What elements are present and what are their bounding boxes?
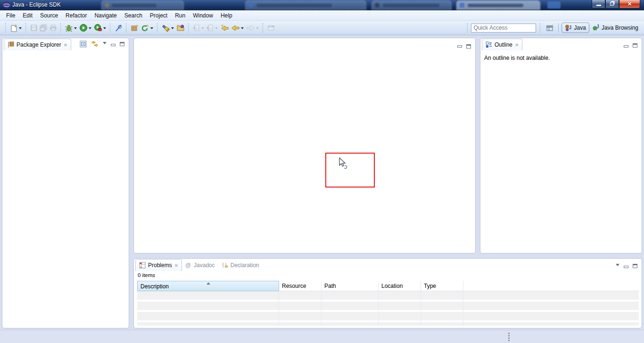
menu-item-navigate[interactable]: Navigate xyxy=(91,11,120,20)
dropdown-arrow-icon[interactable] xyxy=(171,27,174,31)
run-external-tools-button[interactable] xyxy=(93,22,107,33)
column-header-type[interactable]: Type xyxy=(421,281,463,291)
close-icon[interactable] xyxy=(64,41,67,48)
new-java-project-button[interactable] xyxy=(130,22,140,33)
perspective-java-button[interactable]: J Java xyxy=(561,23,589,33)
skip-all-breakpoints-button[interactable] xyxy=(114,22,124,33)
tab-package-explorer[interactable]: Package Explorer xyxy=(4,39,71,50)
open-perspective-button[interactable] xyxy=(545,22,555,33)
view-menu-icon[interactable] xyxy=(103,42,107,46)
next-annotation-button[interactable] xyxy=(192,22,206,33)
debug-icon xyxy=(65,24,73,32)
close-icon[interactable] xyxy=(174,262,178,269)
editor-canvas[interactable] xyxy=(134,38,475,253)
package-explorer-body[interactable] xyxy=(2,50,129,328)
editor-area[interactable] xyxy=(133,38,476,253)
mouse-cursor xyxy=(338,157,348,169)
minimize-view-icon[interactable] xyxy=(111,44,116,46)
tab-outline[interactable]: Outline xyxy=(482,39,522,50)
close-icon[interactable] xyxy=(515,41,519,48)
collapse-all-icon[interactable] xyxy=(80,41,87,48)
column-header-resource[interactable]: Resource xyxy=(279,281,322,291)
main-toolbar: J Java J Java Browsing xyxy=(0,21,644,35)
toolbar-separator xyxy=(540,23,541,33)
new-java-class-button[interactable] xyxy=(140,22,155,33)
tab-declaration[interactable]: Declaration xyxy=(218,259,263,271)
problems-table-rows[interactable] xyxy=(137,291,639,326)
minimize-view-icon[interactable] xyxy=(624,45,628,48)
new-wizard-icon xyxy=(10,24,18,32)
run-button[interactable] xyxy=(78,22,93,33)
search-button[interactable] xyxy=(161,22,175,33)
back-button[interactable] xyxy=(230,22,245,33)
status-bar-drag-handle[interactable] xyxy=(508,333,510,341)
outline-message: An outline is not available. xyxy=(480,50,642,65)
dropdown-arrow-icon[interactable] xyxy=(19,27,22,31)
menu-item-refactor[interactable]: Refactor xyxy=(62,11,91,20)
svg-text:J: J xyxy=(569,25,571,30)
dropdown-arrow-icon[interactable] xyxy=(89,27,91,31)
menu-item-window[interactable]: Window xyxy=(189,11,217,20)
save-all-button[interactable] xyxy=(39,22,49,33)
maximize-view-icon[interactable] xyxy=(633,264,637,268)
maximize-view-icon[interactable] xyxy=(633,43,637,48)
save-all-icon xyxy=(40,24,48,32)
window-controls xyxy=(592,0,640,8)
perspective-java-label: Java xyxy=(574,24,586,31)
forward-button[interactable] xyxy=(245,22,260,33)
perspective-java-browsing-button[interactable]: J Java Browsing xyxy=(589,23,641,33)
tab-problems[interactable]: Problems xyxy=(135,259,182,271)
save-button[interactable] xyxy=(29,22,39,33)
debug-button[interactable] xyxy=(64,22,78,33)
view-menu-icon[interactable] xyxy=(616,264,619,268)
package-explorer-view: Package Explorer xyxy=(2,38,129,328)
minimize-view-icon[interactable] xyxy=(624,266,628,268)
close-window-button[interactable] xyxy=(619,0,640,8)
dropdown-arrow-icon[interactable] xyxy=(201,27,204,31)
ghost-browser-tab xyxy=(101,0,184,10)
link-with-editor-icon[interactable] xyxy=(91,41,99,48)
menu-item-project[interactable]: Project xyxy=(146,11,171,20)
dropdown-arrow-icon[interactable] xyxy=(215,27,218,31)
dropdown-arrow-icon[interactable] xyxy=(241,27,244,31)
print-button[interactable] xyxy=(49,22,58,33)
toolbar-separator xyxy=(25,23,27,33)
problems-view-panel: Problems @ Javadoc Declaration 0 items xyxy=(133,258,642,328)
dropdown-arrow-icon[interactable] xyxy=(103,27,106,31)
open-type-icon xyxy=(176,24,185,32)
new-wizard-button[interactable] xyxy=(9,22,23,33)
quick-access-input[interactable] xyxy=(471,24,536,33)
bottom-panel-header: Problems @ Javadoc Declaration xyxy=(134,259,642,271)
dropdown-arrow-icon[interactable] xyxy=(256,27,259,31)
previous-annotation-button[interactable] xyxy=(206,22,219,33)
title-bar[interactable]: Java - Eclipse SDK xyxy=(0,0,644,10)
column-header-location[interactable]: Location xyxy=(379,281,421,291)
previous-annotation-icon xyxy=(206,24,214,32)
maximize-view-icon[interactable] xyxy=(120,42,124,46)
menu-item-file[interactable]: File xyxy=(2,11,19,20)
ghost-browser-tab xyxy=(372,0,452,10)
forward-arrow-icon xyxy=(246,24,255,32)
skip-breakpoints-icon xyxy=(115,24,123,32)
tab-javadoc[interactable]: @ Javadoc xyxy=(182,259,218,271)
menu-item-source[interactable]: Source xyxy=(36,11,62,20)
column-header-description[interactable]: Description xyxy=(137,281,279,291)
ghost-browser-tab xyxy=(245,0,366,10)
minimize-window-button[interactable] xyxy=(592,0,605,8)
declaration-icon xyxy=(222,262,228,269)
open-type-button[interactable] xyxy=(175,22,186,33)
menu-item-edit[interactable]: Edit xyxy=(19,11,36,20)
java-perspective-icon: J xyxy=(565,24,572,32)
external-tools-icon xyxy=(94,24,102,32)
menu-item-search[interactable]: Search xyxy=(121,11,146,20)
menu-item-help[interactable]: Help xyxy=(217,11,236,20)
search-flashlight-icon xyxy=(162,24,170,32)
last-edit-location-button[interactable] xyxy=(219,22,230,33)
column-header-path[interactable]: Path xyxy=(322,281,379,291)
problems-items-count: 0 items xyxy=(134,271,642,279)
menu-item-run[interactable]: Run xyxy=(171,11,189,20)
open-editor-button[interactable] xyxy=(266,22,276,33)
restore-window-button[interactable] xyxy=(605,0,619,8)
dropdown-arrow-icon[interactable] xyxy=(150,27,153,31)
dropdown-arrow-icon[interactable] xyxy=(74,27,77,31)
